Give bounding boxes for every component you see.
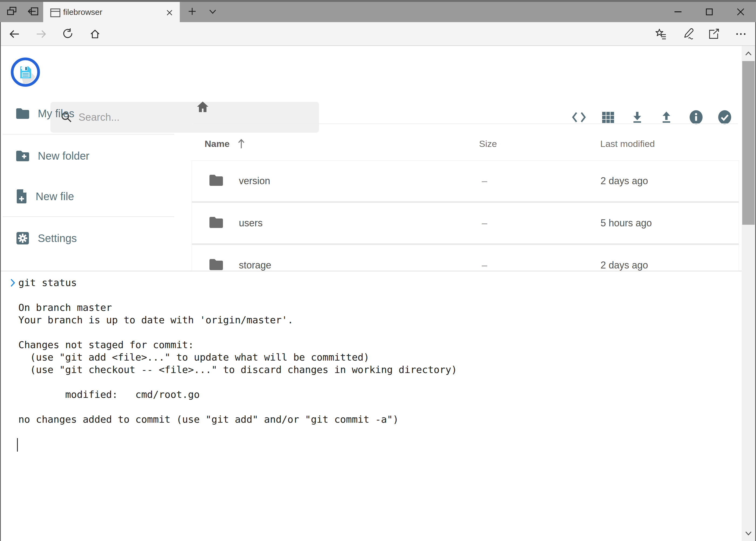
more-menu-icon[interactable] [733,28,749,41]
prompt-chevron-icon [10,278,16,287]
file-list: version – 2 days ago users – 5 hours ago… [192,161,739,286]
file-size: – [482,203,487,244]
folder-icon [209,216,224,229]
info-icon[interactable] [688,110,704,125]
file-modified: 5 hours ago [601,203,652,244]
sidebar-item-label: Settings [38,232,77,245]
terminal-command: git status [18,276,77,289]
annotate-pen-icon[interactable] [680,28,696,41]
settings-gear-icon [16,231,30,245]
search-input[interactable]: Search... [51,102,319,133]
forward-button[interactable] [34,28,48,41]
sidebar-item-new-folder[interactable]: New folder [16,149,89,163]
download-icon[interactable] [630,110,644,124]
sidebar-item-label: My files [38,108,75,120]
tab-preview-icon[interactable] [6,6,18,17]
new-file-icon [16,189,28,204]
scrollbar-thumb[interactable] [742,61,755,225]
share-icon[interactable] [706,28,722,41]
scrollbar-down-icon[interactable] [742,526,755,541]
window-close-button[interactable] [732,6,749,17]
back-button[interactable] [8,28,22,41]
refresh-button[interactable] [61,28,75,41]
folder-icon [209,174,224,187]
sidebar-item-label: New folder [38,150,89,162]
folder-icon [16,108,30,119]
file-row-version[interactable]: version – 2 days ago [192,161,739,201]
file-row-users[interactable]: users – 5 hours ago [192,203,739,244]
scrollbar-up-icon[interactable] [742,46,755,61]
browser-navbar: filebrowser.web/files/ [0,22,756,46]
browser-tab[interactable]: filebrowser [43,2,180,22]
sidebar-item-my-files[interactable]: My files [16,106,75,121]
column-header-modified[interactable]: Last modified [600,136,655,151]
tab-list-chevron-icon[interactable] [207,7,218,16]
breadcrumb-home-icon[interactable] [196,101,209,114]
browser-titlebar: filebrowser [0,0,756,22]
sidebar-item-label: New file [36,191,74,203]
favorites-hub-icon[interactable] [653,28,669,41]
new-folder-icon [16,150,30,162]
window-minimize-button[interactable] [670,6,686,17]
tab-title: filebrowser [63,8,102,17]
breadcrumb-divider [194,124,738,124]
sidebar-divider [3,134,174,135]
filebrowser-logo[interactable] [11,57,40,87]
sidebar-item-settings[interactable]: Settings [16,231,77,245]
sidebar-item-new-file[interactable]: New file [16,189,74,204]
filebrowser-header: Search... [1,46,742,89]
sort-ascending-icon [237,138,246,149]
window-top-edge [0,0,756,2]
check-icon[interactable] [717,110,732,125]
new-tab-button[interactable] [187,6,197,17]
file-size: – [482,161,487,201]
terminal-output: On branch master Your branch is up to da… [18,289,457,426]
home-button[interactable] [88,28,102,41]
column-header-size[interactable]: Size [479,136,497,151]
set-tabs-aside-icon[interactable] [26,6,39,17]
upload-icon[interactable] [659,110,673,124]
search-placeholder: Search... [79,112,120,123]
file-modified: 2 days ago [601,161,648,201]
grid-view-icon[interactable] [601,110,615,124]
tab-favicon [50,8,61,17]
tab-close-icon[interactable] [164,7,175,18]
sidebar-divider [3,216,174,217]
file-name: users [239,203,263,244]
browser-window: filebrowser [0,0,756,541]
file-name: version [239,161,270,201]
raw-code-icon[interactable] [572,111,586,124]
terminal-cursor [17,438,18,452]
column-header-name[interactable]: Name [205,136,246,151]
window-maximize-button[interactable] [701,6,717,17]
folder-icon [209,258,224,271]
